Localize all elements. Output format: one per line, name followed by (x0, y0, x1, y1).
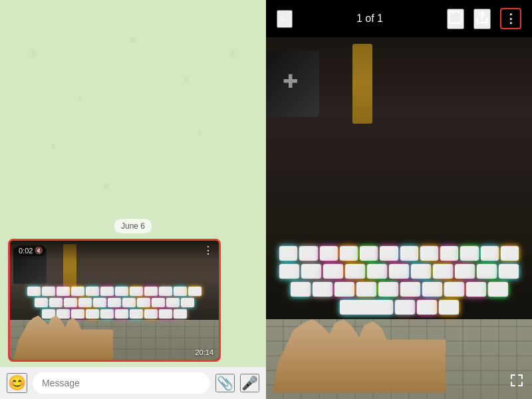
full-key (477, 264, 497, 279)
header-actions: ⋮ (447, 8, 521, 29)
key-row-1 (17, 287, 212, 296)
video-timestamp: 20:14 (195, 348, 213, 356)
full-key (420, 246, 438, 261)
video-duration: 0:02 (19, 247, 33, 255)
full-key (279, 246, 297, 261)
full-key (422, 282, 442, 297)
crop-icon (448, 10, 463, 25)
video-message-container: 0:02 🔇 ⋮ 20:14 (0, 239, 266, 367)
full-key (400, 282, 420, 297)
video-bubble[interactable]: 0:02 🔇 ⋮ 20:14 (8, 239, 221, 362)
emoji-button[interactable]: 😊 (7, 373, 27, 393)
full-key (395, 300, 415, 315)
full-key (380, 246, 398, 261)
video-full-view: ✚ (266, 37, 532, 399)
full-key (488, 282, 508, 297)
key (86, 287, 99, 296)
full-black-speaker: ✚ (266, 51, 319, 117)
date-badge-container: June 6 (0, 213, 266, 233)
key (174, 309, 187, 319)
key (35, 298, 48, 307)
key (71, 287, 84, 296)
key (71, 309, 84, 319)
mic-button[interactable]: 🎤 (240, 374, 259, 392)
key-row-2 (17, 298, 212, 307)
key (159, 287, 172, 296)
viewer-header: ← 1 of 1 ⋮ (266, 0, 532, 37)
date-badge: June 6 (114, 219, 152, 233)
chat-content: June 6 (0, 0, 266, 399)
full-key (360, 246, 378, 261)
key (122, 298, 136, 307)
full-key-space (340, 300, 393, 315)
full-key (367, 264, 387, 279)
chat-panel: June 6 (0, 0, 266, 399)
video-overlay-top: 0:02 🔇 ⋮ (10, 241, 219, 260)
key (100, 309, 114, 319)
full-key (299, 246, 317, 261)
full-key (455, 264, 475, 279)
key (144, 309, 158, 319)
full-key (439, 300, 459, 315)
key (57, 309, 70, 319)
full-key (291, 282, 311, 297)
full-key (279, 264, 299, 279)
key (130, 287, 143, 296)
full-key-row-2 (279, 264, 519, 279)
message-input[interactable] (33, 372, 210, 394)
full-key-row-3 (279, 282, 519, 297)
key (27, 287, 41, 296)
full-key (313, 282, 332, 297)
fullscreen-button[interactable] (509, 373, 524, 391)
fullscreen-icon (509, 373, 524, 388)
full-key (460, 246, 478, 261)
full-key (320, 246, 338, 261)
full-key (433, 264, 453, 279)
full-key (499, 264, 519, 279)
key (115, 287, 128, 296)
key (181, 298, 194, 307)
key (137, 298, 150, 307)
attach-button[interactable]: 📎 (215, 374, 235, 392)
full-wood-stand (352, 44, 372, 124)
full-key (345, 264, 365, 279)
svg-rect-0 (450, 11, 462, 23)
full-key (444, 282, 464, 297)
key (159, 309, 172, 319)
full-key (440, 246, 458, 261)
key (130, 309, 143, 319)
full-key (501, 246, 519, 261)
key (49, 298, 63, 307)
share-icon (475, 10, 489, 25)
video-time-badge: 0:02 🔇 (15, 245, 46, 256)
full-key (417, 300, 437, 315)
full-key (389, 264, 409, 279)
key (144, 287, 158, 296)
viewer-content[interactable]: ✚ (266, 37, 532, 399)
full-key-row-4 (279, 300, 519, 315)
chat-input-bar: 😊 📎 🎤 (0, 367, 266, 399)
crop-button[interactable] (447, 9, 464, 29)
full-key (378, 282, 398, 297)
key (64, 298, 77, 307)
full-key (411, 264, 431, 279)
full-key (356, 282, 376, 297)
key (100, 287, 114, 296)
key (86, 309, 99, 319)
more-options-icon: ⋮ (505, 11, 517, 26)
key (174, 287, 187, 296)
share-button[interactable] (473, 9, 491, 29)
key (115, 309, 128, 319)
key (152, 298, 165, 307)
back-button[interactable]: ← (277, 10, 293, 28)
full-key (400, 246, 418, 261)
more-options-button[interactable]: ⋮ (500, 8, 521, 29)
video-more-button[interactable]: ⋮ (203, 244, 213, 257)
full-key (301, 264, 321, 279)
key-row-3 (17, 309, 212, 319)
full-key (481, 246, 499, 261)
cross-icon: ✚ (283, 70, 298, 92)
video-viewer-panel: ← 1 of 1 ⋮ (266, 0, 532, 399)
key (166, 298, 180, 307)
key (93, 298, 106, 307)
